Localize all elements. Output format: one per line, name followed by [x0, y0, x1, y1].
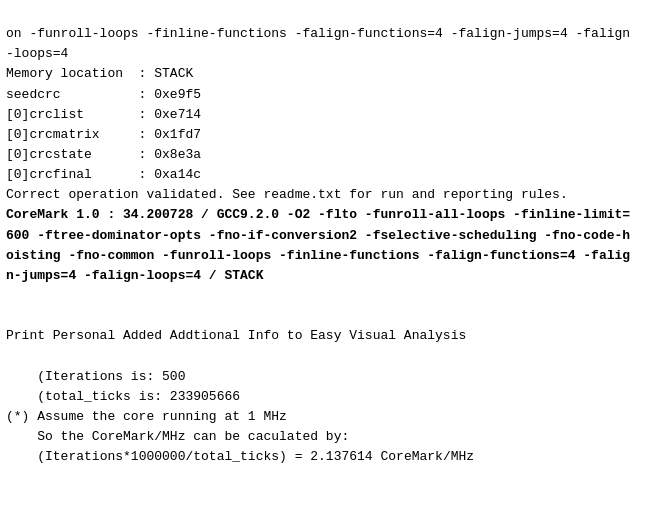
terminal-line: (Iterations*1000000/total_ticks) = 2.137… — [6, 447, 659, 467]
terminal-line: So the CoreMark/MHz can be caculated by: — [6, 427, 659, 447]
terminal-line: on -funroll-loops -finline-functions -fa… — [6, 24, 659, 44]
terminal-line: CoreMark 1.0 : 34.200728 / GCC9.2.0 -O2 … — [6, 205, 659, 225]
terminal-line: [0]crcfinal : 0xa14c — [6, 165, 659, 185]
terminal-line: 600 -ftree-dominator-opts -fno-if-conver… — [6, 226, 659, 246]
terminal-line: (Iterations is: 500 — [6, 367, 659, 387]
terminal-line: Print Personal Added Addtional Info to E… — [6, 326, 659, 346]
terminal-line: (*) Assume the core running at 1 MHz — [6, 407, 659, 427]
terminal-line: seedcrc : 0xe9f5 — [6, 85, 659, 105]
terminal-line: (total_ticks is: 233905666 — [6, 387, 659, 407]
terminal-line: Memory location : STACK — [6, 64, 659, 84]
terminal-line: [0]crcmatrix : 0x1fd7 — [6, 125, 659, 145]
terminal-blank-line — [6, 346, 659, 366]
terminal-blank-line — [6, 306, 659, 326]
terminal-line: oisting -fno-common -funroll-loops -finl… — [6, 246, 659, 266]
terminal-line: Correct operation validated. See readme.… — [6, 185, 659, 205]
terminal-line: n-jumps=4 -falign-loops=4 / STACK — [6, 266, 659, 286]
terminal-line: [0]crclist : 0xe714 — [6, 105, 659, 125]
terminal-line: -loops=4 — [6, 44, 659, 64]
terminal-blank-line — [6, 286, 659, 306]
terminal-output: on -funroll-loops -finline-functions -fa… — [0, 0, 665, 532]
terminal-line: [0]crcstate : 0x8e3a — [6, 145, 659, 165]
